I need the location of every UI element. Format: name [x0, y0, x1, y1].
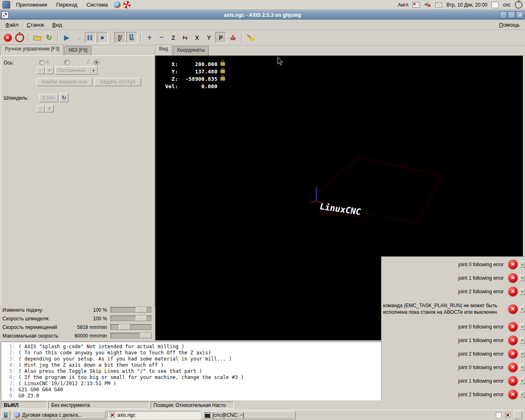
tray-applet[interactable]	[514, 411, 522, 419]
axis-z-radio[interactable]	[94, 60, 99, 65]
axis-x-radio[interactable]	[39, 60, 45, 65]
window-icon[interactable]	[2, 11, 9, 18]
tab-manual-control[interactable]: Ручное управление [F3]	[1, 45, 64, 55]
menu-places[interactable]: Переход	[53, 1, 81, 9]
run-program-button[interactable]: ▶	[61, 32, 72, 43]
jog-speed-row: Скорость перемещений 5818 mm/min	[0, 323, 155, 331]
view-front-button[interactable]: Y	[203, 32, 215, 43]
notification-close-button[interactable]: ×	[520, 378, 525, 384]
view-side-button[interactable]: X	[192, 32, 203, 43]
show-desktop-button[interactable]	[1, 411, 10, 419]
notification-close-button[interactable]: ×	[520, 351, 525, 357]
menu-machine[interactable]: Станок	[23, 21, 48, 29]
toolbar-separator	[111, 33, 112, 43]
clipboard-tray-icon[interactable]	[496, 412, 502, 418]
max-velocity-slider[interactable]	[110, 333, 151, 338]
user-switcher[interactable]: cnc	[503, 2, 511, 8]
stop-button[interactable]: ■	[97, 32, 108, 43]
estop-button[interactable]: ×	[2, 32, 13, 43]
notification: joint 1 following error × ×	[381, 271, 525, 285]
slider-handle[interactable]	[140, 333, 152, 338]
notification-close-button[interactable]: ×	[520, 364, 525, 370]
view-top-button[interactable]: Z	[168, 32, 179, 43]
notification-close-button[interactable]: ×	[520, 275, 525, 281]
jog-speed-value: 5818 mm/min	[77, 324, 107, 330]
mail-icon[interactable]	[435, 2, 442, 7]
maximize-button[interactable]: □	[508, 11, 515, 18]
optional-pause-toggle[interactable]: ▌▌ M1	[126, 32, 137, 43]
jog-mode-dropdown[interactable]: Постоянный ▾	[55, 66, 98, 75]
error-icon: ×	[508, 260, 518, 269]
zoom-in-button[interactable]: +	[144, 32, 155, 43]
shutdown-icon[interactable]	[515, 1, 523, 9]
slider-handle[interactable]	[136, 307, 147, 313]
view-perspective-button[interactable]: P	[215, 32, 226, 43]
keyboard-layout-indicator[interactable]: Англ	[398, 2, 409, 8]
notification-close-button[interactable]: ×	[520, 261, 525, 267]
firefox-launcher-icon[interactable]	[114, 1, 121, 8]
taskbar-window-firefox[interactable]: Дуговая сварка с дельта...	[12, 411, 105, 419]
menu-applications[interactable]: Приложения	[13, 1, 50, 9]
touch-off-button[interactable]: Задать отступ	[94, 78, 141, 86]
notification-close-button[interactable]: ×	[520, 337, 525, 343]
notification-close-button[interactable]: ×	[520, 324, 525, 330]
spindle-stop-button[interactable]: Стоп	[39, 94, 58, 102]
notification: joint 2 following error × ×	[381, 285, 525, 298]
reload-file-button[interactable]: ↻	[43, 32, 55, 43]
step-button[interactable]: →	[73, 32, 84, 43]
jog-minus-button[interactable]: -	[37, 67, 45, 74]
applications-menu-icon[interactable]	[2, 1, 10, 9]
view-z-icon: Z	[171, 34, 175, 41]
home-axis-button[interactable]: Найти начало оси	[37, 78, 93, 86]
notification-close-button[interactable]: ×	[520, 288, 525, 294]
notification-close-button[interactable]: ×	[520, 306, 525, 312]
feed-override-slider[interactable]	[110, 307, 151, 313]
view-p-icon: P	[219, 34, 223, 41]
spindle-override-value: 100 %	[93, 316, 107, 322]
estop-icon: ×	[4, 34, 12, 42]
slider-handle[interactable]	[119, 324, 130, 330]
axis-tray-icon[interactable]	[505, 412, 511, 418]
menu-file[interactable]: Файл	[2, 21, 22, 29]
clock[interactable]: Втр, 10 Дек, 20:00	[446, 2, 487, 8]
power-icon	[15, 33, 24, 42]
axis-z-label: Z	[87, 59, 90, 65]
help-launcher-icon[interactable]	[123, 1, 131, 9]
taskbar-window-terminal[interactable]: [cnc@CNC: ~]	[202, 411, 296, 419]
skip-lines-toggle[interactable]: [/	[114, 32, 126, 43]
menu-system[interactable]: Система	[83, 1, 111, 9]
window-titlebar[interactable]: axis.ngc - AXIS 2.5.3 on ghjumg _ □ ×	[0, 10, 525, 20]
taskbar-window-axis[interactable]: axis.ngc	[107, 411, 201, 419]
system-tray	[496, 411, 524, 419]
menu-help[interactable]: Помощь	[495, 21, 523, 29]
menu-view[interactable]: Вид	[49, 21, 66, 29]
keyboard-icon[interactable]	[412, 2, 420, 8]
max-velocity-value: 60000 mm/min	[75, 333, 107, 339]
tab-dro[interactable]: Координаты	[173, 46, 209, 55]
notification-close-button[interactable]: ×	[520, 391, 525, 397]
spindle-override-slider[interactable]	[110, 315, 151, 321]
spindle-minus-button[interactable]: -	[37, 105, 45, 112]
clear-plot-button[interactable]	[245, 32, 256, 43]
minimize-button[interactable]: _	[500, 11, 507, 18]
pause-button[interactable]: ▌▌	[85, 32, 96, 43]
muted-speaker-icon[interactable]	[424, 2, 431, 8]
spindle-plus-button[interactable]: +	[46, 105, 54, 112]
jog-plus-button[interactable]: +	[46, 67, 54, 74]
error-icon: ×	[508, 349, 518, 358]
notification: joint 2 following error × ×	[381, 388, 525, 401]
machine-power-button[interactable]	[14, 32, 25, 43]
slider-handle[interactable]	[136, 316, 147, 321]
view-rotated-top-button[interactable]: Z	[180, 32, 191, 43]
tool-cell: Без инструмента	[48, 402, 149, 409]
tab-preview[interactable]: Вид	[155, 45, 172, 55]
close-button[interactable]: ×	[516, 11, 523, 18]
tray-icon[interactable]	[491, 2, 499, 8]
tab-mdi[interactable]: MDI [F5]	[64, 46, 91, 55]
spindle-direction-button[interactable]: ↻	[59, 93, 68, 102]
jog-speed-slider[interactable]	[110, 324, 151, 330]
error-icon: ×	[508, 304, 518, 314]
zoom-out-button[interactable]: −	[156, 32, 167, 43]
open-file-button[interactable]	[32, 32, 43, 43]
rotate-view-button[interactable]	[227, 32, 238, 43]
